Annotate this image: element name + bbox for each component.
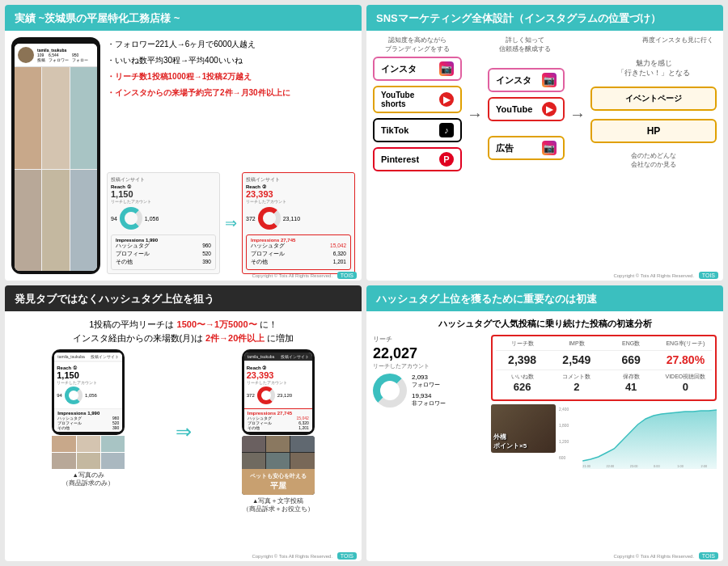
panel-hashtag: 発見タブではなくハッシュタグ上位を狙う 1投稿の平均リーチは 1500〜→1万5… (5, 285, 362, 561)
panel-speed: ハッシュタグ上位を獲るために重要なのは初速 ハッシュタグで人気投稿に乗り続けた投… (366, 285, 723, 561)
panel4-title: ハッシュタグ上位を獲るために重要なのは初速 (376, 293, 597, 305)
svg-text:600: 600 (559, 456, 565, 460)
reach-donut (373, 374, 407, 408)
comparison-arrow: ⇒ (225, 172, 237, 274)
panel1-copyright: Copyright © Tois All Rights Reserved. TO… (252, 272, 357, 279)
mid-arrow: → (569, 105, 586, 124)
panel-sns: SNSマーケティング全体設計（インスタグラムの位置づけ） 認知度を高めながらブラ… (366, 5, 723, 281)
stats-area: リーチ数 IMP数 ENG数 ENG率(リーチ) 2,398 2,549 669… (491, 335, 717, 472)
panel-results: 実績 ~茨城県の平屋特化工務店様 ~ tamila_tsukuba 109投稿 … (5, 5, 362, 281)
phone-compare-arrow: ⇒ (172, 420, 195, 443)
insta-mid-icon: 📷 (542, 73, 557, 87)
stats-sub-val-row: 626 2 41 0 (496, 381, 712, 393)
sns-mid-column: インスタ 📷 YouTube ▶ 広告 📷 (488, 68, 565, 160)
panel1-title: 実績 ~茨城県の平屋特化工務店様 ~ (15, 12, 180, 24)
reach-side-nums: 2,093 フォロワー 19,934 非フォロワー (412, 374, 446, 408)
ad-icon: 📷 (542, 141, 557, 155)
main-grid: 実績 ~茨城県の平屋特化工務店様 ~ tamila_tsukuba 109投稿 … (0, 0, 728, 566)
chart-container: 2,400 1,800 1,200 600 21:00 22:00 23 (559, 404, 717, 472)
panel3-header: 発見タブではなくハッシュタグ上位を狙う (5, 285, 362, 311)
analytics-before: 投稿インサイト Reach ① 1,150 リーチしたアカウント 94 1,05… (107, 172, 220, 274)
post-thumbnail: 外構ポイント×5 (491, 404, 556, 453)
reach-label: リーチ (373, 335, 486, 344)
panel3-title: 発見タブではなくハッシュタグ上位を狙う (15, 293, 214, 305)
svg-text:1,800: 1,800 (559, 424, 569, 428)
sns-right-column: 魅力を感じ「行きたい！」となる イベントページ HP 会のためどんな会社なのか見… (590, 59, 717, 169)
svg-text:2:00: 2:00 (701, 464, 708, 468)
svg-text:0:00: 0:00 (654, 464, 660, 468)
left-arrow: → (467, 105, 483, 124)
panel4-subtitle: ハッシュタグで人気投稿に乗り続けた投稿の初速分析 (373, 318, 717, 330)
follower-num: 2,093 (412, 374, 428, 381)
event-page-box: イベントページ (590, 87, 717, 111)
phone-after: tamila_tsukuba 投稿インサイト Reach ② 23,393 リー… (201, 349, 356, 513)
panel3-content: 1投稿の平均リーチは 1500〜→1万5000〜 に！ インスタ経由からの来場数… (5, 311, 362, 561)
sns-item-youtube-shorts: YouTubeshorts ▶ (373, 86, 462, 113)
phone2-label: ▲写真＋文字投稿（商品訴求＋お役立ち） (243, 497, 314, 513)
panel4-header: ハッシュタグ上位を獲るために重要なのは初速 (366, 285, 723, 311)
non-follower-num: 19,934 (412, 392, 431, 399)
panel3-subtitle: 1投稿の平均リーチは 1500〜→1万5000〜 に！ インスタ経由からの来場数… (11, 318, 355, 344)
charm-label: 魅力を感じ「行きたい！」となる (590, 59, 717, 78)
phone-mockup: tamila_tsukuba 109投稿 6,544フォロワー 950フォロー (11, 37, 100, 274)
sns-label-left: 認知度を高めながらブランディングをする (373, 36, 462, 53)
youtube-mid-icon: ▶ (542, 102, 557, 116)
svg-text:2,400: 2,400 (559, 408, 569, 412)
pinterest-icon: P (439, 152, 454, 167)
reach-sub: リーチしたアカウント (373, 362, 486, 370)
panel2-header: SNSマーケティング全体設計（インスタグラムの位置づけ） (366, 5, 723, 31)
panel2-copyright: Copyright © Tois All Rights Reserved. TO… (613, 272, 718, 279)
growth-chart: 2,400 1,800 1,200 600 21:00 22:00 23 (559, 404, 717, 469)
sns-item-ad: 広告 📷 (488, 136, 565, 160)
stats-sub-row: いいね数 コメント数 保存数 VIDEO視聴回数 (496, 370, 712, 381)
svg-text:1:00: 1:00 (677, 464, 684, 468)
company-label: 会のためどんな会社なのか見る (590, 151, 717, 169)
tiktok-icon: ♪ (439, 123, 454, 137)
sns-item-insta: インスタ 📷 (373, 57, 462, 81)
sns-left-column: インスタ 📷 YouTubeshorts ▶ TikTok ♪ Pinteres… (373, 57, 462, 171)
hp-box: HP (590, 119, 717, 143)
svg-text:21:00: 21:00 (582, 464, 591, 468)
follower-label: フォロワー (412, 381, 446, 389)
svg-text:23:00: 23:00 (630, 464, 639, 468)
analytics-after: 投稿インサイト Reach ② 23,393 リーチしたアカウント 372 23… (242, 172, 355, 274)
panel2-title: SNSマーケティング全体設計（インスタグラムの位置づけ） (376, 12, 661, 24)
phone1-label: ▲写真のみ（商品訴求のみ） (62, 471, 114, 488)
stats-val-row: 2,398 2,549 669 27.80% (496, 353, 712, 366)
panel1-bullets: ・フォロワー221人→6ヶ月で6000人越え ・いいね数平均30程→平均400い… (107, 37, 355, 166)
sns-item-insta-mid: インスタ 📷 (488, 68, 565, 92)
sns-label-mid: 詳しく知って信頼感を醸成する (485, 36, 565, 53)
svg-text:22:00: 22:00 (607, 464, 616, 468)
panel1-header: 実績 ~茨城県の平屋特化工務店様 ~ (5, 5, 362, 31)
svg-text:1,200: 1,200 (559, 440, 569, 444)
stats-grid: リーチ数 IMP数 ENG数 ENG率(リーチ) 2,398 2,549 669… (491, 335, 717, 401)
phone-before: tamila_tsukuba 投稿インサイト Reach ① 1,150 リーチ… (11, 349, 166, 488)
insta-icon: 📷 (439, 61, 454, 76)
profile-avatar (18, 47, 34, 63)
panel3-copyright: Copyright © Tois All Rights Reserved. TO… (252, 552, 357, 560)
sns-item-tiktok: TikTok ♪ (373, 118, 462, 142)
youtube-icon: ▶ (439, 92, 454, 107)
reach-donut-row: 2,093 フォロワー 19,934 非フォロワー (373, 374, 486, 408)
panel4-content: ハッシュタグで人気投稿に乗り続けた投稿の初速分析 リーチ 22,027 リーチし… (366, 311, 723, 561)
sns-item-pinterest: Pinterest P (373, 147, 462, 171)
chart-area-row: 外構ポイント×5 2,4 (491, 404, 717, 472)
reach-section: リーチ 22,027 リーチしたアカウント 2,093 フォロワー 19,934… (373, 335, 486, 472)
panel4-copyright: Copyright © Tois All Rights Reserved. TO… (613, 552, 718, 560)
sns-item-youtube-mid: YouTube ▶ (488, 97, 565, 121)
sns-label-revisit: 再度インスタも見に行く (642, 36, 717, 44)
stats-header-row: リーチ数 IMP数 ENG数 ENG率(リーチ) (496, 340, 712, 351)
phones-comparison: tamila_tsukuba 投稿インサイト Reach ① 1,150 リーチ… (11, 349, 355, 513)
panel2-content: 認知度を高めながらブランディングをする 詳しく知って信頼感を醸成する 再度インス… (366, 31, 723, 281)
reach-number: 22,027 (373, 345, 486, 362)
panel4-layout: リーチ 22,027 リーチしたアカウント 2,093 フォロワー 19,934… (373, 335, 717, 472)
non-follower-label: 非フォロワー (412, 399, 446, 408)
